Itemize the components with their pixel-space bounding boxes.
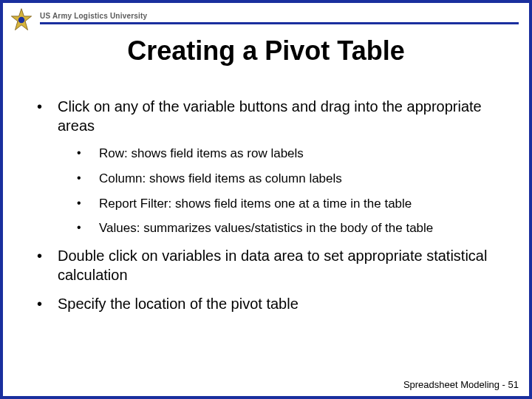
slide-content: Click on any of the variable buttons and… xyxy=(37,98,499,324)
bullet-text: Click on any of the variable buttons and… xyxy=(58,98,482,134)
svg-point-1 xyxy=(18,17,25,24)
org-label: US Army Logistics University xyxy=(40,12,147,20)
bullet-list: Click on any of the variable buttons and… xyxy=(37,98,499,314)
bullet-item: Double click on variables in data area t… xyxy=(37,247,499,284)
bullet-text: Double click on variables in data area t… xyxy=(58,248,487,283)
bullet-item: Specify the location of the pivot table xyxy=(37,295,499,314)
bullet-item: Click on any of the variable buttons and… xyxy=(37,98,499,236)
slide-title: Creating a Pivot Table xyxy=(3,35,529,66)
bullet-text: Specify the location of the pivot table xyxy=(58,296,299,312)
sub-bullet-item: Row: shows field items as row labels xyxy=(77,146,499,162)
crest-icon xyxy=(9,7,34,33)
sub-bullet-item: Report Filter: shows field items one at … xyxy=(77,196,499,212)
sub-bullet-list: Row: shows field items as row labels Col… xyxy=(58,146,499,236)
sub-bullet-item: Column: shows field items as column labe… xyxy=(77,171,499,187)
sub-bullet-item: Values: summarizes values/statistics in … xyxy=(77,220,499,236)
slide-footer: Spreadsheet Modeling - 51 xyxy=(403,379,519,390)
header-rule xyxy=(40,22,519,24)
slide: US Army Logistics University Creating a … xyxy=(0,0,532,399)
